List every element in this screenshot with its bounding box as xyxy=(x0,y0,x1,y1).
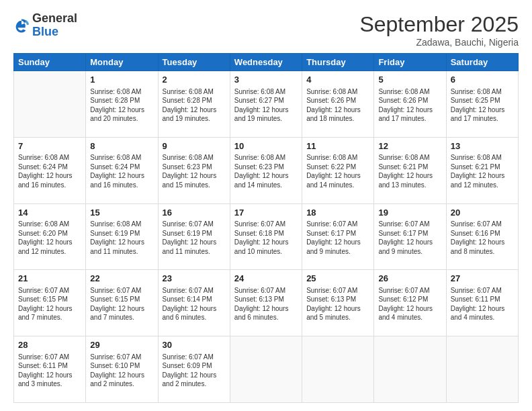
col-header-wednesday: Wednesday xyxy=(230,54,302,71)
col-header-tuesday: Tuesday xyxy=(158,54,230,71)
day-info-line: Sunrise: 6:08 AM xyxy=(378,87,441,97)
calendar-week-row: 21Sunrise: 6:07 AMSunset: 6:15 PMDayligh… xyxy=(14,270,519,336)
calendar-cell: 1Sunrise: 6:08 AMSunset: 6:28 PMDaylight… xyxy=(86,71,158,138)
calendar-cell: 10Sunrise: 6:08 AMSunset: 6:23 PMDayligh… xyxy=(230,137,302,203)
logo: General Blue xyxy=(13,12,77,39)
day-info-line: Sunrise: 6:07 AM xyxy=(234,220,298,229)
day-number: 1 xyxy=(90,74,153,86)
day-info-line: Daylight: 12 hours xyxy=(90,371,153,380)
day-info-line: and 7 minutes. xyxy=(90,313,153,322)
day-number: 20 xyxy=(451,207,514,219)
day-info-line: Sunset: 6:15 PM xyxy=(90,295,153,304)
day-info-line: and 9 minutes. xyxy=(306,247,369,257)
calendar-week-row: 14Sunrise: 6:08 AMSunset: 6:20 PMDayligh… xyxy=(14,203,519,270)
day-info-line: Daylight: 12 hours xyxy=(90,238,153,247)
day-info-line: Daylight: 12 hours xyxy=(90,171,153,181)
day-info-line: and 11 minutes. xyxy=(163,247,226,257)
day-info-line: and 4 minutes. xyxy=(451,313,514,322)
day-info-line: Sunset: 6:11 PM xyxy=(18,361,81,371)
day-info-line: Daylight: 12 hours xyxy=(90,304,153,314)
day-info-line: Sunrise: 6:08 AM xyxy=(451,153,514,163)
day-info-line: Sunset: 6:11 PM xyxy=(451,295,514,304)
day-info-line: Daylight: 12 hours xyxy=(306,171,369,181)
day-info-line: and 6 minutes. xyxy=(163,313,226,322)
day-info-line: Daylight: 12 hours xyxy=(306,105,369,115)
calendar-cell: 3Sunrise: 6:08 AMSunset: 6:27 PMDaylight… xyxy=(230,71,302,138)
day-info-line: and 16 minutes. xyxy=(18,181,81,190)
title-block: September 2025 Zadawa, Bauchi, Nigeria xyxy=(359,12,519,48)
calendar-cell: 14Sunrise: 6:08 AMSunset: 6:20 PMDayligh… xyxy=(14,203,86,270)
day-info-line: Sunset: 6:21 PM xyxy=(451,163,514,172)
day-number: 14 xyxy=(18,207,81,219)
day-info-line: Daylight: 12 hours xyxy=(18,304,81,314)
day-info-line: and 17 minutes. xyxy=(378,114,441,124)
day-info-line: Daylight: 12 hours xyxy=(163,238,226,247)
day-info-line: Sunrise: 6:08 AM xyxy=(163,153,226,163)
day-info-line: and 12 minutes. xyxy=(18,247,81,257)
calendar-cell: 26Sunrise: 6:07 AMSunset: 6:12 PMDayligh… xyxy=(374,270,446,336)
day-info-line: Sunset: 6:17 PM xyxy=(378,229,441,238)
calendar-cell: 13Sunrise: 6:08 AMSunset: 6:21 PMDayligh… xyxy=(446,137,518,203)
day-info-line: Sunset: 6:15 PM xyxy=(18,295,81,304)
day-info-line: and 12 minutes. xyxy=(451,181,514,190)
calendar-cell: 24Sunrise: 6:07 AMSunset: 6:13 PMDayligh… xyxy=(230,270,302,336)
day-info-line: Sunrise: 6:08 AM xyxy=(306,87,369,97)
day-info-line: Sunrise: 6:07 AM xyxy=(451,286,514,295)
day-info-line: Sunrise: 6:07 AM xyxy=(90,286,153,295)
calendar-week-row: 7Sunrise: 6:08 AMSunset: 6:24 PMDaylight… xyxy=(14,137,519,203)
day-number: 6 xyxy=(451,74,514,86)
day-info-line: Sunset: 6:23 PM xyxy=(234,163,298,172)
day-info-line: and 19 minutes. xyxy=(234,114,298,124)
calendar-cell: 5Sunrise: 6:08 AMSunset: 6:26 PMDaylight… xyxy=(374,71,446,138)
day-info-line: and 20 minutes. xyxy=(90,114,153,124)
day-info-line: Sunset: 6:20 PM xyxy=(18,229,81,238)
calendar-cell: 6Sunrise: 6:08 AMSunset: 6:25 PMDaylight… xyxy=(446,71,518,138)
day-info-line: Daylight: 12 hours xyxy=(234,238,298,247)
day-info-line: Sunrise: 6:08 AM xyxy=(18,220,81,229)
day-info-line: Sunset: 6:21 PM xyxy=(378,163,441,172)
day-number: 15 xyxy=(90,207,153,219)
calendar-cell: 4Sunrise: 6:08 AMSunset: 6:26 PMDaylight… xyxy=(302,71,374,138)
day-number: 3 xyxy=(234,74,298,86)
day-info-line: Sunrise: 6:08 AM xyxy=(18,153,81,163)
day-info-line: and 15 minutes. xyxy=(163,181,226,190)
day-info-line: Sunrise: 6:07 AM xyxy=(18,286,81,295)
day-info-line: Sunset: 6:14 PM xyxy=(163,295,226,304)
day-info-line: Daylight: 12 hours xyxy=(306,304,369,314)
day-number: 18 xyxy=(306,207,369,219)
day-info-line: Daylight: 12 hours xyxy=(378,304,441,314)
day-info-line: and 16 minutes. xyxy=(90,181,153,190)
day-info-line: Daylight: 12 hours xyxy=(234,304,298,314)
day-info-line: Daylight: 12 hours xyxy=(451,171,514,181)
day-info-line: Sunrise: 6:07 AM xyxy=(378,220,441,229)
day-info-line: Sunrise: 6:07 AM xyxy=(451,220,514,229)
logo-text: General Blue xyxy=(32,12,77,39)
calendar-cell: 19Sunrise: 6:07 AMSunset: 6:17 PMDayligh… xyxy=(374,203,446,270)
day-info-line: Sunrise: 6:08 AM xyxy=(90,87,153,97)
day-info-line: Sunrise: 6:07 AM xyxy=(18,353,81,362)
day-number: 4 xyxy=(306,74,369,86)
day-info-line: Sunset: 6:10 PM xyxy=(90,361,153,371)
day-info-line: Sunset: 6:09 PM xyxy=(163,361,226,371)
day-info-line: Daylight: 12 hours xyxy=(451,105,514,115)
logo-icon xyxy=(13,17,30,34)
day-info-line: Sunrise: 6:08 AM xyxy=(378,153,441,163)
day-info-line: Sunset: 6:18 PM xyxy=(234,229,298,238)
calendar-cell: 20Sunrise: 6:07 AMSunset: 6:16 PMDayligh… xyxy=(446,203,518,270)
day-info-line: Sunrise: 6:07 AM xyxy=(378,286,441,295)
calendar-table: SundayMondayTuesdayWednesdayThursdayFrid… xyxy=(13,53,519,403)
day-info-line: Sunrise: 6:08 AM xyxy=(306,153,369,163)
month-title: September 2025 xyxy=(359,12,519,37)
calendar-cell: 30Sunrise: 6:07 AMSunset: 6:09 PMDayligh… xyxy=(158,336,230,403)
calendar-cell: 28Sunrise: 6:07 AMSunset: 6:11 PMDayligh… xyxy=(14,336,86,403)
day-number: 23 xyxy=(163,273,226,285)
day-info-line: and 10 minutes. xyxy=(234,247,298,257)
day-number: 27 xyxy=(451,273,514,285)
day-info-line: Daylight: 12 hours xyxy=(378,238,441,247)
calendar-cell: 17Sunrise: 6:07 AMSunset: 6:18 PMDayligh… xyxy=(230,203,302,270)
calendar-cell: 8Sunrise: 6:08 AMSunset: 6:24 PMDaylight… xyxy=(86,137,158,203)
day-number: 28 xyxy=(18,339,81,351)
day-info-line: Daylight: 12 hours xyxy=(234,171,298,181)
calendar-week-row: 1Sunrise: 6:08 AMSunset: 6:28 PMDaylight… xyxy=(14,71,519,138)
calendar-cell: 29Sunrise: 6:07 AMSunset: 6:10 PMDayligh… xyxy=(86,336,158,403)
